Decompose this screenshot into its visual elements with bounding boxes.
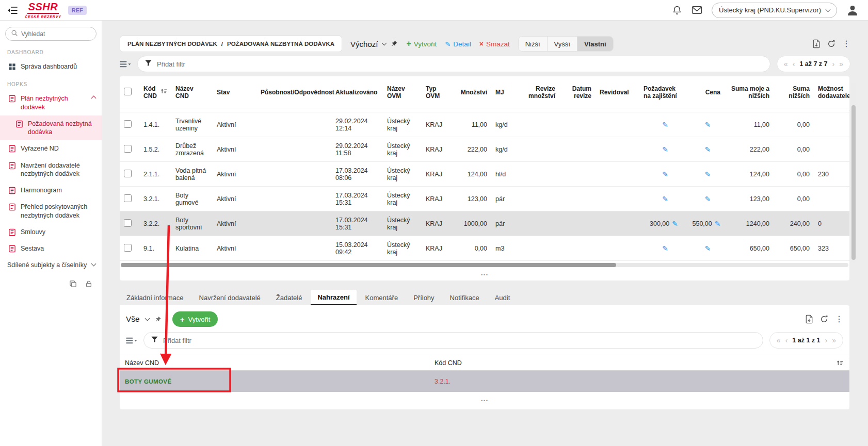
toggle-nizsi[interactable]: Nižší bbox=[519, 37, 547, 51]
tab-nahrazeni[interactable]: Nahrazení bbox=[311, 290, 356, 305]
vertical-scrollbar[interactable] bbox=[851, 82, 856, 263]
table-row[interactable]: 9.1. Kulatina Aktivní 15.03.2024 09:42 Ú… bbox=[120, 236, 849, 261]
detail-button[interactable]: ✎ Detail bbox=[445, 40, 471, 48]
filter-bar[interactable] bbox=[137, 56, 770, 72]
column-header-nazev-cnd[interactable]: Název CND bbox=[171, 82, 213, 102]
next-page-icon[interactable]: › bbox=[832, 60, 835, 68]
table-row[interactable]: 1.4.1. Trvanlivé uzeniny Aktivní 29.02.2… bbox=[120, 112, 849, 137]
pin-icon[interactable] bbox=[391, 40, 398, 47]
column-header-suma-nizsich[interactable]: Suma nižších bbox=[774, 82, 814, 102]
view-selector[interactable]: Výchozí bbox=[350, 40, 398, 48]
row-checkbox[interactable] bbox=[124, 194, 132, 202]
tab-komentare[interactable]: Komentáře bbox=[359, 290, 405, 305]
table-row-selected[interactable]: 3.2.2. Boty sportovní Aktivní 17.03.2024… bbox=[120, 211, 849, 236]
expand-rows-dots[interactable]: ... bbox=[120, 393, 849, 405]
row-checkbox[interactable] bbox=[124, 120, 132, 128]
sidebar-search[interactable] bbox=[5, 27, 97, 41]
column-header-kod-cnd[interactable]: Kód CND bbox=[139, 82, 171, 102]
kebab-menu-icon[interactable]: ⋮ bbox=[835, 315, 843, 323]
column-header-revize[interactable]: Revize množství bbox=[518, 82, 559, 102]
export-icon[interactable] bbox=[812, 39, 821, 48]
edit-cena-icon[interactable]: ✎ bbox=[705, 195, 711, 203]
breadcrumb-parent[interactable]: PLÁN NEZBYTNÝCH DODÁVEK bbox=[127, 41, 217, 47]
sidebar-item-harmonogram[interactable]: Harmonogram bbox=[0, 182, 102, 199]
detail-create-button[interactable]: + Vytvořit bbox=[172, 311, 218, 327]
first-page-icon[interactable]: « bbox=[784, 60, 788, 68]
tab-prilohy[interactable]: Přílohy bbox=[407, 290, 441, 305]
select-all-checkbox[interactable] bbox=[124, 88, 132, 95]
search-input[interactable] bbox=[21, 30, 91, 38]
column-header-revidoval[interactable]: Revidoval bbox=[596, 86, 639, 98]
detail-table-row-selected[interactable]: BOTY GUMOVÉ 3.2.1. bbox=[120, 371, 849, 392]
tab-zadatele[interactable]: Žadatelé bbox=[269, 290, 309, 305]
column-header-nazev-cnd[interactable]: Název CND bbox=[120, 359, 429, 367]
column-header-typ-ovm[interactable]: Typ OVM bbox=[422, 82, 455, 102]
role-selector[interactable]: Ústecký kraj (PND.KU.Supervizor) bbox=[712, 3, 837, 18]
first-page-icon[interactable]: « bbox=[777, 337, 781, 344]
edit-pozadavek-icon[interactable]: ✎ bbox=[662, 245, 668, 252]
tab-zakladni-informace[interactable]: Základní informace bbox=[120, 290, 190, 305]
detail-filter-bar[interactable] bbox=[143, 332, 763, 349]
edit-pozadavek-icon[interactable]: ✎ bbox=[662, 195, 668, 203]
refresh-icon[interactable] bbox=[827, 40, 835, 48]
column-header-cena[interactable]: Cena bbox=[688, 86, 725, 98]
column-header-pozadavek[interactable]: Požadavek na zajištění bbox=[639, 82, 688, 102]
tab-audit[interactable]: Audit bbox=[488, 290, 517, 305]
sidebar-item-plan-nezbytnych-dodavek[interactable]: Plán nezbytných dodávek bbox=[0, 90, 102, 115]
menu-toggle-icon[interactable] bbox=[7, 6, 18, 14]
sidebar-item-prehled-poskytovanych[interactable]: Přehled poskytovaných nezbytných dodávek bbox=[0, 199, 102, 224]
column-header-mnozstvi[interactable]: Množství bbox=[455, 86, 491, 98]
vertical-scrollbar-thumb[interactable] bbox=[851, 105, 856, 260]
edit-pozadavek-icon[interactable]: ✎ bbox=[662, 171, 668, 178]
column-header-pusobnost[interactable]: Působnost/Odpovědnost bbox=[256, 86, 331, 98]
column-header-aktualizovano[interactable]: Aktualizováno bbox=[331, 86, 383, 98]
edit-pozadavek-icon[interactable]: ✎ bbox=[672, 220, 678, 227]
kebab-menu-icon[interactable]: ⋮ bbox=[842, 40, 850, 48]
tab-notifikace[interactable]: Notifikace bbox=[443, 290, 486, 305]
row-checkbox[interactable] bbox=[124, 244, 132, 252]
sort-icon[interactable] bbox=[830, 360, 849, 366]
column-header-stav[interactable]: Stav bbox=[213, 86, 256, 98]
column-header-datum-revize[interactable]: Datum revize bbox=[559, 82, 596, 102]
edit-cena-icon[interactable]: ✎ bbox=[705, 121, 711, 128]
edit-pozadavek-icon[interactable]: ✎ bbox=[662, 121, 668, 128]
column-header-suma-moje[interactable]: Suma moje a nižších bbox=[725, 82, 774, 102]
prev-page-icon[interactable]: ‹ bbox=[793, 60, 795, 68]
last-page-icon[interactable]: » bbox=[832, 337, 836, 344]
sidebar-item-vyrazene-nd[interactable]: Vyřazené ND bbox=[0, 140, 102, 157]
edit-cena-icon[interactable]: ✎ bbox=[705, 146, 711, 153]
sidebar-item-sdilene-subjekty[interactable]: Sdílené subjekty a číselníky bbox=[0, 257, 102, 273]
pin-icon[interactable] bbox=[155, 316, 162, 323]
sidebar-item-sestava[interactable]: Sestava bbox=[0, 240, 102, 257]
column-header-moznost-dodavatele[interactable]: Možnost dodavatele bbox=[814, 82, 849, 102]
toggle-vlastni[interactable]: Vlastní bbox=[577, 37, 613, 51]
sidebar-item-navrzeni-dodavatele[interactable]: Navržení dodavatelé nezbytných dodávek bbox=[0, 157, 102, 183]
table-row[interactable]: 3.2.1. Boty gumové Aktivní 17.03.2024 15… bbox=[120, 187, 849, 211]
edit-cena-icon[interactable]: ✎ bbox=[715, 220, 721, 227]
edit-pozadavek-icon[interactable]: ✎ bbox=[662, 146, 668, 153]
row-checkbox[interactable] bbox=[124, 145, 132, 153]
column-header-nazev-ovm[interactable]: Název OVM bbox=[383, 82, 422, 102]
detail-filter-input[interactable] bbox=[163, 337, 756, 344]
last-page-icon[interactable]: » bbox=[839, 60, 843, 68]
detail-view-selector[interactable]: Vše bbox=[126, 315, 140, 324]
horizontal-scrollbar-thumb[interactable] bbox=[121, 263, 616, 267]
table-row[interactable]: 1.5.2. Drůbež zmrazená Aktivní 29.02.202… bbox=[120, 137, 849, 162]
edit-cena-icon[interactable]: ✎ bbox=[705, 245, 711, 252]
refresh-icon[interactable] bbox=[820, 315, 828, 323]
row-checkbox[interactable] bbox=[124, 219, 132, 227]
messages-envelope-icon[interactable] bbox=[692, 6, 702, 14]
filter-input[interactable] bbox=[157, 60, 763, 68]
column-header-kod-cnd[interactable]: Kód CND bbox=[429, 359, 830, 367]
copy-icon[interactable] bbox=[69, 280, 77, 288]
user-avatar[interactable] bbox=[846, 4, 859, 16]
sidebar-item-pozadovana-nezbytna-dodavka[interactable]: Požadovaná nezbytná dodávka bbox=[0, 115, 102, 141]
row-checkbox[interactable] bbox=[124, 170, 132, 177]
expand-rows-dots[interactable]: ... bbox=[120, 267, 849, 279]
export-icon[interactable] bbox=[805, 315, 813, 324]
delete-button[interactable]: × Smazat bbox=[479, 40, 510, 48]
edit-cena-icon[interactable]: ✎ bbox=[705, 171, 711, 178]
table-row[interactable]: 2.1.1. Voda pitná balená Aktivní 17.03.2… bbox=[120, 162, 849, 187]
horizontal-scrollbar[interactable] bbox=[121, 263, 848, 267]
sidebar-item-sprava-dashboardu[interactable]: Správa dashboardů bbox=[0, 58, 102, 75]
